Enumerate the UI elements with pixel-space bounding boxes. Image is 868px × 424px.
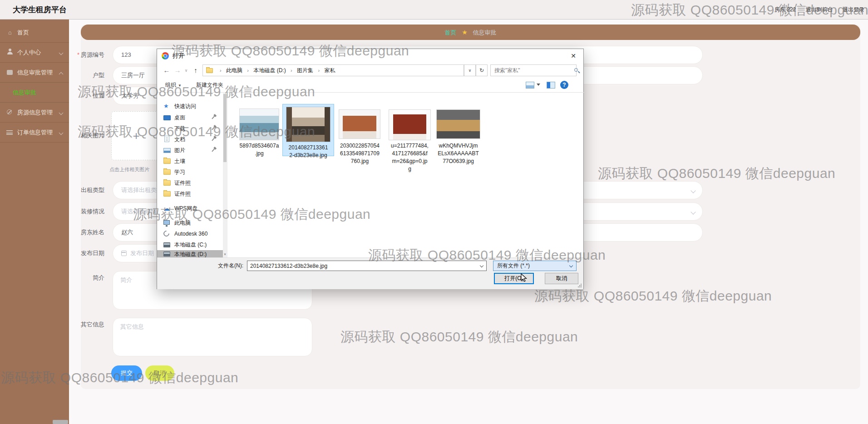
file-name-4[interactable]: u=2117777484, 4171276685&f m=26&gp=0.jp … [384, 142, 436, 173]
chevron-up-icon [59, 72, 64, 77]
folder-icon [163, 180, 171, 186]
publish-date-placeholder: 发布日期 [130, 250, 154, 256]
address-bar[interactable]: › 此电脑 › 本地磁盘 (D:) › 图片集 › 家私 [202, 64, 464, 76]
disk-icon [163, 242, 170, 247]
filename-input[interactable] [247, 261, 487, 271]
header-user[interactable]: 房东 222 [774, 6, 796, 13]
file-thumbnail-1[interactable] [240, 109, 279, 140]
cancel-button[interactable]: 取消 [145, 365, 174, 381]
star-icon: ★ [163, 103, 171, 109]
thumbnail-view-icon[interactable] [526, 82, 534, 89]
sidebar-item-home[interactable]: ⌂ 首页 [0, 23, 69, 43]
file-name-5[interactable]: wKhQMVHVJjm ELsX6AAAAABT 77O0639.jpg [432, 142, 484, 165]
list-icon [6, 130, 13, 135]
places-scrollbar[interactable]: ∨ [223, 93, 227, 257]
place-folder-zhengjianzhao-1[interactable]: 证件照 [157, 177, 223, 188]
organize-menu[interactable]: 组织▼ [165, 78, 182, 93]
preview-pane-icon[interactable] [547, 82, 555, 89]
scroll-down-icon[interactable]: ∨ [223, 251, 227, 257]
sidebar-subitem-info-approval[interactable]: 信息审批 [0, 83, 69, 103]
view-dropdown-icon[interactable] [537, 84, 540, 86]
toolbar-separator [157, 92, 584, 93]
address-breadcrumb: › 此电脑 › 本地磁盘 (D:) › 图片集 › 家私 [217, 65, 335, 76]
dialog-titlebar[interactable]: 打开 ✕ [157, 49, 583, 63]
chevron-down-icon [690, 209, 695, 214]
dialog-cancel-button[interactable]: 取消 [545, 273, 578, 284]
sidebar-item-house-info-mgmt[interactable]: 房源信息管理 [0, 103, 69, 123]
submit-button[interactable]: 提交 [111, 365, 142, 381]
other-info-textarea[interactable] [113, 318, 312, 356]
breadcrumb-home-link[interactable]: 首页 [445, 29, 457, 36]
file-name-2[interactable]: 2014082713361 2-d3b23e8e.jpg [282, 144, 334, 159]
up-icon[interactable]: ↑ [192, 63, 200, 78]
pin-icon [212, 148, 215, 152]
history-chevron-icon[interactable]: ∨ [183, 63, 189, 78]
new-folder-button[interactable]: 新建文件夹 [196, 78, 223, 92]
filename-label: 文件名(N): [198, 261, 243, 271]
place-pictures[interactable]: 图片 [157, 145, 223, 156]
crumb-this-pc[interactable]: 此电脑 [226, 67, 242, 74]
grid-icon [7, 70, 13, 75]
sidebar-item-label: 房源信息管理 [17, 103, 53, 123]
forward-icon[interactable]: → [173, 63, 182, 78]
sidebar-item-info-approval-mgmt[interactable]: 信息审批管理 [0, 63, 69, 83]
place-documents[interactable]: 文档 [157, 134, 223, 145]
place-this-pc[interactable]: 此电脑 [157, 217, 223, 228]
place-disk-c[interactable]: 本地磁盘 (C:) [157, 239, 223, 250]
pin-icon [212, 137, 215, 141]
place-folder-turang[interactable]: 土壤 [157, 156, 223, 167]
close-icon[interactable]: ✕ [563, 49, 583, 63]
sidebar-item-personal-center[interactable]: 个人中心 [0, 43, 69, 63]
help-icon[interactable]: ? [560, 81, 568, 89]
crumb-jiasi[interactable]: 家私 [324, 67, 335, 74]
resize-grip[interactable] [577, 283, 582, 288]
file-thumbnail-4[interactable] [389, 110, 430, 140]
disk-icon [163, 251, 170, 256]
file-thumbnail-2-selected[interactable] [286, 107, 330, 142]
refresh-icon[interactable]: ↻ [476, 64, 488, 76]
place-desktop[interactable]: 桌面 [157, 112, 223, 123]
place-wps-cloud[interactable]: ☁WPS网盘 [157, 203, 223, 214]
place-downloads[interactable]: ↓下载 [157, 123, 223, 134]
sidebar-scrollbar[interactable] [53, 420, 68, 424]
autodesk-icon [162, 229, 170, 237]
file-thumbnail-5[interactable] [437, 110, 480, 138]
sidebar-item-order-info-mgmt[interactable]: 订单信息管理 [0, 123, 69, 143]
folder-icon [163, 169, 171, 175]
app-title: 大学生租房平台 [13, 0, 67, 20]
breadcrumb-banner: 首页 ★ 信息审批 [81, 25, 860, 40]
place-folder-zhengjianzhao-2[interactable]: 证件照 [157, 188, 223, 199]
place-autodesk[interactable]: Autodesk 360 [157, 228, 223, 239]
sidebar-item-label: 个人中心 [17, 43, 41, 63]
file-thumbnail-3[interactable] [339, 110, 380, 138]
breadcrumb-current: 信息审批 [473, 29, 496, 36]
crumb-pictures[interactable]: 图片集 [297, 67, 313, 74]
image-upload-box[interactable]: + [111, 111, 161, 160]
back-icon[interactable]: ← [163, 63, 171, 78]
logout-link[interactable]: 退出登录 [843, 6, 864, 13]
dialog-toolbar: 组织▼ 新建文件夹 ? [157, 78, 584, 92]
address-dropdown-icon[interactable]: ∨ [464, 64, 476, 76]
document-icon [164, 136, 169, 142]
place-quick-access[interactable]: ★快速访问 [157, 101, 223, 112]
pin-icon [212, 126, 215, 130]
calendar-icon [121, 251, 127, 256]
download-icon: ↓ [163, 125, 171, 132]
place-disk-d[interactable]: 本地磁盘 (D:) [157, 250, 223, 257]
exit-to-front-link[interactable]: 退出到前台 [806, 6, 833, 13]
person-icon [7, 49, 13, 57]
slash-circle-icon [7, 109, 12, 114]
cloud-icon: ☁ [163, 205, 171, 212]
file-name-1[interactable]: 5897d8534607a .jpg [230, 142, 289, 158]
computer-icon [163, 220, 170, 225]
place-folder-xuexi[interactable]: 学习 [157, 167, 223, 177]
chevron-down-icon [690, 188, 695, 193]
scrollbar-thumb[interactable] [223, 94, 227, 162]
caret-down-icon: ▼ [178, 84, 182, 88]
picture-icon [163, 148, 171, 153]
crumb-disk-d[interactable]: 本地磁盘 (D:) [253, 67, 286, 74]
search-input[interactable]: 搜索"家私" [490, 64, 577, 76]
file-name-3[interactable]: 2030022857054 6133549871709 760.jpg [334, 142, 386, 165]
filetype-select[interactable]: 所有文件 (*.*) [493, 261, 577, 271]
sidebar-item-label: 首页 [17, 23, 29, 43]
